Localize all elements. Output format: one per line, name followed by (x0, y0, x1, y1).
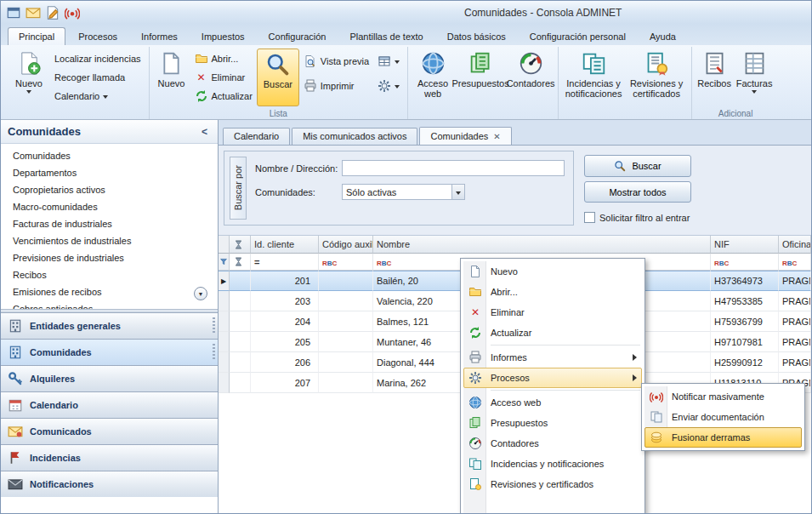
dropdown-button[interactable] (451, 185, 464, 199)
ribbon-tab-configuracion-personal[interactable]: Configuración personal (519, 27, 637, 45)
sidebar-item-comunidades[interactable]: Comunidades (1, 147, 218, 164)
tab-comunidades[interactable]: Comunidades✕ (419, 127, 511, 145)
filter-cell-codigo-auxiliar[interactable]: RBC (319, 254, 373, 271)
menu-item-incidencias-notificaciones[interactable]: Incidencias y notificaciones (463, 454, 642, 474)
column-header-codigo-auxiliar[interactable]: Código auxiliar (319, 236, 373, 254)
procesos-submenu: Notificar masivamente Enviar documentaci… (641, 383, 805, 451)
menu-item-revisiones-certificados[interactable]: Revisiones y certificados (463, 474, 642, 494)
abc-filter-icon: RBC (322, 257, 337, 267)
ribbon-tab-principal[interactable]: Principal (8, 27, 65, 45)
sidebar-item-departamentos[interactable]: Departamentos (1, 164, 218, 181)
sidebar-item-copropietarios-activos[interactable]: Copropietarios activos (1, 181, 218, 198)
ribbon-tab-impuestos[interactable]: Impuestos (190, 27, 256, 45)
facturas-button[interactable]: Facturas (733, 49, 775, 106)
close-tab-icon[interactable]: ✕ (493, 132, 500, 141)
nav-comunicados[interactable]: Comunicados (1, 418, 218, 444)
mostrar-todos-button[interactable]: Mostrar todos (584, 181, 691, 203)
column-header-nif[interactable]: NIF (711, 236, 779, 254)
ribbon-tab-datos-basicos[interactable]: Datos básicos (436, 27, 517, 45)
nav-calendario[interactable]: Calendario (1, 391, 218, 418)
recibos-button[interactable]: Recibos (696, 49, 733, 106)
menu-item-eliminar[interactable]: ✕Eliminar (463, 302, 642, 323)
tab-mis-comunicados-activos[interactable]: Mis comunicados activos (292, 128, 417, 145)
eliminar-button[interactable]: ✕Eliminar (190, 69, 257, 86)
row-indicator (219, 311, 230, 332)
collapse-sidebar-icon[interactable]: < (198, 126, 211, 138)
settings-dropdown-button[interactable] (373, 77, 404, 94)
ribbon-tab-plantillas[interactable]: Plantillas de texto (338, 27, 434, 45)
tab-calendario[interactable]: Calendario (223, 128, 290, 145)
ribbon-tab-informes[interactable]: Informes (130, 27, 189, 45)
broadcast-icon[interactable] (65, 5, 80, 20)
submenu-item-enviar-documentacion[interactable]: Enviar documentación (644, 407, 802, 427)
ribbon-tab-configuracion[interactable]: Configuración (258, 27, 338, 45)
submenu-item-fusionar-derramas[interactable]: Fusionar derramas (644, 427, 802, 448)
calendario-button[interactable]: Calendario (50, 88, 145, 105)
nav-comunidades[interactable]: Comunidades (1, 339, 218, 365)
edit-document-icon[interactable] (45, 5, 60, 20)
ribbon-tab-procesos[interactable]: Procesos (67, 27, 128, 45)
localizar-incidencias-button[interactable]: Localizar incidencias (50, 50, 145, 67)
lista-nuevo-button[interactable]: Nuevo (153, 49, 190, 106)
nav-notificaciones[interactable]: Notificaciones (1, 471, 218, 497)
ribbon-tab-ayuda[interactable]: Ayuda (639, 27, 687, 45)
menu-item-contadores[interactable]: Contadores (463, 433, 642, 454)
abrir-button[interactable]: Abrir... (190, 50, 257, 67)
menu-item-actualizar[interactable]: Actualizar (463, 323, 642, 343)
nuevo-big-button[interactable]: Nuevo (8, 49, 50, 106)
drag-grip[interactable] (213, 344, 215, 361)
contadores-button[interactable]: Contadores (507, 49, 554, 106)
presupuestos-button[interactable]: Presupuestos (454, 49, 507, 106)
sidebar-item-previsiones-industriales[interactable]: Previsiones de industriales (1, 249, 218, 266)
incidencias-notificaciones-button[interactable]: Incidencias y notificaciones (562, 49, 625, 106)
menu-item-procesos[interactable]: Procesos (463, 368, 642, 388)
coins-icon (650, 431, 663, 444)
column-header-oficina[interactable]: Oficina (779, 236, 811, 254)
scroll-down-icon[interactable]: ▼ (194, 287, 207, 300)
comunidades-dropdown[interactable]: Sólo activas (342, 184, 465, 200)
filter-cell-oficina[interactable]: RBC (779, 254, 811, 271)
nav-entidades-generales[interactable]: Entidades generales (1, 312, 218, 339)
filter-icon-cell[interactable] (230, 254, 251, 271)
menu-separator (491, 345, 640, 346)
grid-view-dropdown-button[interactable] (373, 53, 404, 70)
sidebar-item-macro-comunidades[interactable]: Macro-comunidades (1, 198, 218, 215)
menu-item-presupuestos[interactable]: Presupuestos (463, 413, 642, 433)
nav-incidencias[interactable]: Incidencias (1, 444, 218, 471)
filter-cell-id-cliente[interactable]: = (251, 254, 319, 271)
solicitar-filtro-checkbox[interactable] (584, 212, 595, 223)
vista-previa-button[interactable]: Vista previa (299, 53, 373, 70)
submenu-arrow-icon (633, 354, 637, 361)
recoger-llamada-button[interactable]: Recoger llamada (50, 69, 145, 86)
sidebar-item-cobros-anticipados[interactable]: Cobros anticipados (1, 300, 218, 309)
menu-item-acceso-web[interactable]: Acceso web (463, 392, 642, 413)
filter-cell-nif[interactable]: RBC (711, 254, 779, 271)
drag-grip[interactable] (213, 317, 215, 334)
cell-id: 203 (251, 291, 319, 311)
mail-icon[interactable] (26, 5, 41, 20)
submenu-item-notificar-masivamente[interactable]: Notificar masivamente (644, 386, 802, 407)
revisiones-certificados-button[interactable]: Revisiones y certificados (625, 49, 688, 106)
column-header-nombre[interactable]: Nombre (373, 236, 711, 254)
ribbon-group-incidencias: Incidencias y notificaciones Revisiones … (559, 47, 692, 119)
buscar-button[interactable]: Buscar (584, 155, 691, 177)
menu-item-abrir[interactable]: Abrir... (463, 282, 642, 302)
menu-item-informes[interactable]: Informes (463, 347, 642, 368)
calendario-label: Calendario (54, 91, 99, 101)
actualizar-button[interactable]: Actualizar (190, 88, 257, 105)
sidebar-item-facturas-industriales[interactable]: Facturas de industriales (1, 215, 218, 232)
sidebar-item-vencimientos-industriales[interactable]: Vencimientos de industriales (1, 232, 218, 249)
icon-column-header[interactable] (230, 236, 251, 254)
nombre-direccion-input[interactable] (342, 160, 565, 176)
imprimir-button[interactable]: Imprimir (299, 77, 373, 94)
nav-alquileres[interactable]: Alquileres (1, 365, 218, 391)
buscar-big-button[interactable]: Buscar (257, 49, 299, 106)
sidebar-item-recibos[interactable]: Recibos (1, 266, 218, 283)
menu-item-nuevo[interactable]: Nuevo (463, 261, 642, 282)
column-header-id-cliente[interactable]: Id. cliente (251, 236, 319, 254)
sidebar-item-emisiones-recibos[interactable]: Emisiones de recibos (1, 283, 218, 300)
window-icon[interactable] (6, 5, 21, 20)
menu-item-label: Notificar masivamente (663, 391, 764, 402)
acceso-web-button[interactable]: Acceso web (412, 49, 454, 106)
search-groupbox: Buscar por Nombre / Dirección: Comunidad… (224, 151, 574, 226)
